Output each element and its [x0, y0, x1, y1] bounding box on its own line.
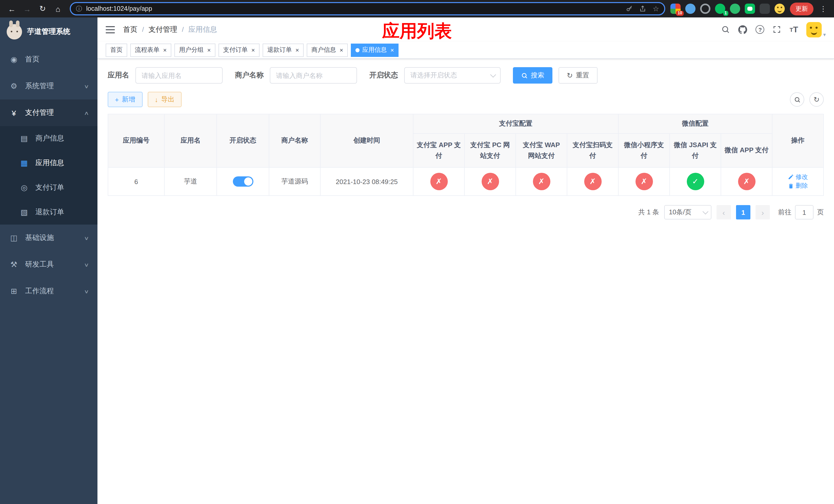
tab-label: 商户信息: [311, 46, 336, 54]
extension-colorwheel-icon[interactable]: 10: [671, 4, 681, 14]
pagination: 共 1 条 10条/页 ‹ 1 › 前往 页: [108, 205, 824, 220]
workflow-icon: ⊞: [9, 287, 19, 296]
share-icon[interactable]: [639, 5, 646, 12]
sidebar-item-system[interactable]: ⚙ 系统管理 ∨: [0, 73, 97, 99]
sidebar-item-app-info[interactable]: ▦ 应用信息: [0, 151, 97, 175]
browser-menu-icon[interactable]: ⋮: [818, 5, 829, 13]
cell-alipay-wap: ✗: [516, 167, 567, 196]
sidebar-item-label: 支付订单: [36, 183, 88, 192]
address-bar[interactable]: ⓘ localhost:1024/pay/app ☆: [70, 2, 665, 15]
page-number-current[interactable]: 1: [736, 205, 750, 220]
sidebar-item-dev-tools[interactable]: ⚒ 研发工具 ∨: [0, 251, 97, 278]
edit-label: 修改: [795, 173, 808, 181]
app-title: 芋道管理系统: [27, 27, 70, 37]
font-size-icon[interactable]: TT: [790, 25, 798, 33]
extension-avatar-icon[interactable]: 1: [715, 4, 725, 14]
table-row: 6 芋道 芋道源码 2021-10-23 08:49:25 ✗ ✗ ✗ ✗ ✗: [108, 167, 824, 196]
tab-process-form[interactable]: 流程表单 ×: [130, 43, 171, 56]
plus-icon: +: [115, 96, 119, 103]
tab-refund-orders[interactable]: 退款订单 ×: [263, 43, 304, 56]
app-name-input[interactable]: [135, 67, 223, 84]
reset-button[interactable]: ↻ 重置: [558, 67, 597, 84]
status-toggle[interactable]: [233, 176, 253, 187]
col-header-alipay-pc: 支付宝 PC 网站支付: [464, 134, 516, 167]
breadcrumb-payment[interactable]: 支付管理: [149, 25, 177, 34]
sidebar-item-merchant-info[interactable]: ▤ 商户信息: [0, 126, 97, 151]
home-icon[interactable]: ⌂: [51, 2, 65, 15]
chevron-up-icon: ∧: [84, 110, 89, 116]
breadcrumb-home[interactable]: 首页: [123, 25, 137, 34]
close-icon[interactable]: ×: [162, 47, 167, 53]
export-button[interactable]: ↓ 导出: [148, 92, 181, 107]
sidebar-item-home[interactable]: ◉ 首页: [0, 46, 97, 73]
sidebar-item-label: 基础设施: [25, 233, 78, 243]
extension-blue-icon[interactable]: [685, 4, 696, 14]
status-select[interactable]: 请选择开启状态: [404, 67, 501, 84]
edit-link[interactable]: 修改: [788, 173, 808, 181]
page-size-select[interactable]: 10条/页: [664, 205, 711, 220]
extension-ring-icon[interactable]: [700, 4, 710, 14]
search-icon[interactable]: [721, 25, 730, 34]
status-select-placeholder: 请选择开启状态: [410, 71, 457, 80]
close-icon[interactable]: ×: [338, 47, 343, 53]
app-name-label: 应用名: [108, 71, 129, 80]
browser-nav: ← → ↻ ⌂: [5, 2, 65, 15]
sidebar-item-refund-orders[interactable]: ▧ 退款订单: [0, 200, 97, 225]
search-button[interactable]: 搜索: [513, 67, 552, 84]
tab-label: 退款订单: [267, 46, 292, 54]
col-header-alipay-qr: 支付宝扫码支付: [567, 134, 618, 167]
omnibox-actions: ☆: [626, 5, 659, 13]
yen-icon: ¥: [9, 109, 19, 117]
help-icon[interactable]: ?: [756, 25, 765, 34]
bookmark-star-icon[interactable]: ☆: [653, 5, 659, 13]
reload-icon[interactable]: ↻: [36, 2, 49, 15]
delete-label: 删除: [795, 182, 808, 190]
tab-app-info[interactable]: 应用信息 ×: [351, 43, 398, 56]
cross-icon: ✗: [635, 173, 653, 190]
sidebar-item-infrastructure[interactable]: ◫ 基础设施 ∨: [0, 225, 97, 251]
sidebar-item-workflow[interactable]: ⊞ 工作流程 ∨: [0, 278, 97, 304]
delete-link[interactable]: 删除: [788, 182, 808, 190]
goto-page-input[interactable]: [795, 205, 813, 220]
close-icon[interactable]: ×: [294, 47, 299, 53]
status-label: 开启状态: [369, 71, 398, 80]
sidebar-item-payment[interactable]: ¥ 支付管理 ∧: [0, 99, 97, 126]
refresh-icon: ↻: [813, 95, 819, 104]
refresh-icon: ↻: [567, 71, 573, 79]
search-toggle-button[interactable]: [790, 92, 804, 107]
add-button[interactable]: + 新增: [108, 92, 142, 107]
refresh-table-button[interactable]: ↻: [809, 92, 824, 107]
forward-icon[interactable]: →: [21, 2, 34, 15]
fullscreen-icon[interactable]: [773, 25, 782, 34]
back-icon[interactable]: ←: [5, 2, 19, 15]
sidebar-item-pay-orders[interactable]: ◎ 支付订单: [0, 175, 97, 200]
extension-wechat-devtools-icon[interactable]: [730, 4, 740, 14]
extension-emoji-icon[interactable]: [774, 4, 785, 14]
chevron-down-icon: ∨: [84, 289, 89, 294]
tab-user-group[interactable]: 用户分组 ×: [174, 43, 215, 56]
tab-pay-orders[interactable]: 支付订单 ×: [219, 43, 260, 56]
pagination-total: 共 1 条: [638, 208, 659, 217]
merchant-name-input[interactable]: [270, 67, 357, 84]
tab-merchant-info[interactable]: 商户信息 ×: [307, 43, 348, 56]
close-icon[interactable]: ×: [250, 47, 255, 53]
close-icon[interactable]: ×: [206, 47, 211, 53]
close-icon[interactable]: ×: [389, 47, 394, 53]
avatar[interactable]: [806, 22, 822, 37]
user-menu[interactable]: ▾: [806, 22, 826, 37]
app-logo-row[interactable]: 芋道管理系统: [0, 18, 97, 46]
extension-dark-icon[interactable]: [760, 4, 770, 14]
tab-home[interactable]: 首页: [106, 43, 127, 56]
password-key-icon[interactable]: [626, 5, 633, 12]
next-page-button[interactable]: ›: [755, 205, 770, 220]
url-text[interactable]: localhost:1024/pay/app: [86, 5, 622, 12]
hamburger-icon[interactable]: [106, 26, 115, 33]
export-button-label: 导出: [161, 95, 174, 104]
group-header-alipay: 支付宝配置: [413, 114, 618, 134]
browser-update-button[interactable]: 更新: [790, 2, 813, 15]
cell-wx-jsapi: ✓: [670, 167, 721, 196]
github-icon[interactable]: [738, 25, 748, 34]
prev-page-button[interactable]: ‹: [717, 205, 731, 220]
extension-chat-icon[interactable]: [745, 4, 755, 14]
site-info-icon[interactable]: ⓘ: [76, 4, 82, 13]
